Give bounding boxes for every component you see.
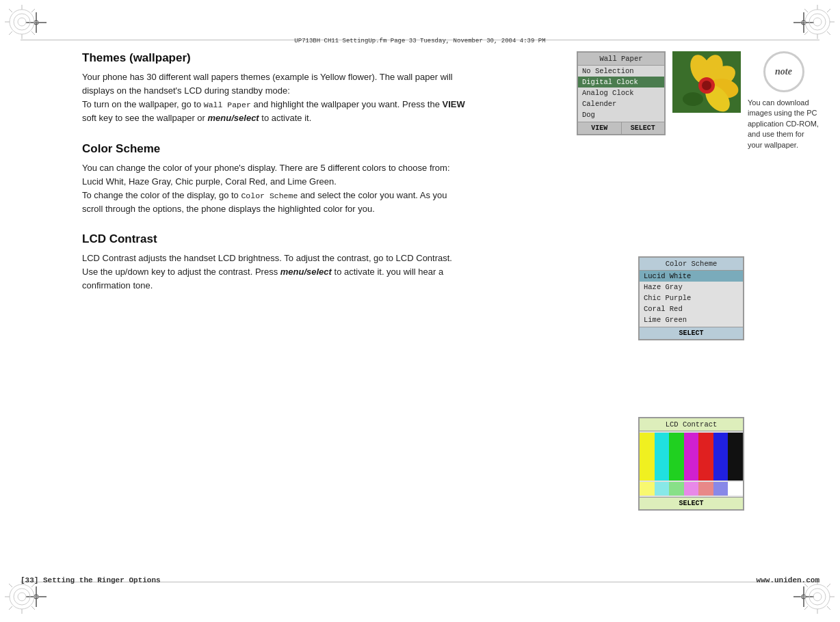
svg-line-40 [9,606,12,610]
wallpaper-screen: Wall Paper No Selection Digital Clock An… [577,51,666,135]
header-text: UP713BH CH11 SettingUp.fm Page 33 Tuesda… [21,38,819,44]
svg-line-24 [804,9,808,12]
lcd-bar-blue [713,433,729,481]
lcd-bar-green [669,433,684,481]
themes-body: Your phone has 30 different wall papers … [82,70,465,126]
color-monospace1: Color Scheme [241,191,298,200]
themes-body4: soft key to see the wallpaper or [82,113,208,123]
lcd-bar-black [728,433,743,481]
color-title: Color Scheme [82,142,465,156]
color-scheme-screen: Color Scheme Lucid White Haze Gray Chic … [638,256,744,340]
color-item-chic-purple: Chic Purple [640,293,743,303]
color-scheme-area: Color Scheme Lucid White Haze Gray Chic … [638,256,744,340]
svg-point-33 [18,593,26,601]
wallpaper-item-analog-clock: Analog Clock [578,87,664,98]
lcd-bar-red-light [698,482,713,496]
svg-line-12 [9,31,12,35]
svg-line-55 [827,606,830,610]
lcd-bar-magenta [684,433,699,481]
section-themes: Themes (wallpaper) Your phone has 30 dif… [82,51,465,126]
svg-line-13 [31,31,35,35]
wallpaper-item-no-selection: No Selection [578,66,664,77]
lcd-bar-cyan-light [655,482,670,496]
wallpaper-screen-title: Wall Paper [578,53,664,66]
footer: [33] Setting the Ringer Options www.unid… [21,576,819,584]
lcd-contrast-screen: LCD Contract SELECT [638,417,744,511]
lcd-title: LCD Contrast [82,232,465,246]
svg-point-45 [805,584,830,609]
note-text: You can download images using the PC app… [748,98,819,150]
svg-line-54 [804,606,808,610]
svg-point-47 [813,593,822,601]
svg-line-10 [9,9,12,12]
svg-point-4 [14,14,30,30]
svg-line-11 [31,9,35,12]
svg-point-17 [805,10,830,34]
lcd-body: LCD Contrast adjusts the handset LCD bri… [82,252,465,293]
svg-line-27 [827,31,830,35]
svg-point-64 [683,92,703,106]
themes-bolditalic1: menu/select [208,113,259,123]
lcd-bolditalic1: menu/select [280,267,332,277]
wallpaper-item-dog: Dog [578,109,664,120]
color-scheme-screen-title: Color Scheme [640,258,743,271]
lcd-bar-cyan [655,433,670,481]
wallpaper-view-button[interactable]: VIEW [578,122,621,134]
lcd-bar-red [698,433,713,481]
top-left-sunburst [3,3,41,44]
svg-point-31 [10,584,34,609]
wallpaper-footer: VIEW SELECT [578,122,664,134]
note-box: note You can download images using the P… [748,51,819,150]
wallpaper-item-calender: Calender [578,98,664,109]
svg-line-53 [827,584,830,587]
footer-right: www.uniden.com [757,576,819,584]
color-body2: To change the color of the display, go t… [82,190,241,200]
themes-body1: Your phone has 30 different wall papers … [82,72,453,96]
lcd-bar-blue-light [713,482,729,496]
color-body: You can change the color of your phone's… [82,161,465,217]
text-column: Themes (wallpaper) Your phone has 30 dif… [82,51,465,293]
section-lcd: LCD Contrast LCD Contrast adjusts the ha… [82,232,465,293]
main-content: Themes (wallpaper) Your phone has 30 dif… [82,51,819,571]
lcd-bar-magenta-light [684,482,699,496]
wallpaper-select-button[interactable]: SELECT [622,122,665,134]
svg-point-19 [813,18,822,26]
color-item-lucid-white: Lucid White [640,271,743,282]
wallpaper-area: Wall Paper No Selection Digital Clock An… [577,51,819,150]
themes-body5: to activate it. [259,113,312,123]
footer-left: [33] Setting the Ringer Options [21,576,161,584]
color-item-lime-green: Lime Green [640,314,743,325]
lcd-color-bars-bottom [640,482,743,496]
lcd-bar-yellow-light [640,482,655,496]
lcd-bar-white [728,482,743,496]
lcd-bar-green-light [669,482,684,496]
svg-point-46 [809,589,826,605]
svg-point-18 [809,14,826,30]
svg-point-3 [10,10,34,34]
svg-line-26 [804,31,808,35]
themes-title: Themes (wallpaper) [82,51,465,65]
svg-line-25 [827,9,830,12]
lcd-bar-yellow [640,433,655,481]
themes-body3: and highlight the wallpaper you want. Pr… [251,99,443,109]
lcd-color-bars [640,433,743,481]
themes-bold1: VIEW [442,99,464,109]
wallpaper-item-digital-clock: Digital Clock [578,77,664,87]
color-select-button[interactable]: SELECT [640,327,743,339]
lcd-select-button[interactable]: SELECT [640,497,743,509]
svg-line-41 [31,606,35,610]
svg-line-38 [9,584,12,587]
color-body1: You can change the color of your phone's… [82,163,450,187]
note-circle: note [763,51,804,92]
section-color: Color Scheme You can change the color of… [82,142,465,217]
lcd-contrast-area: LCD Contract SELECT [638,417,744,511]
top-right-sunburst [799,3,837,44]
svg-point-5 [18,18,26,26]
color-item-coral-red: Coral Red [640,303,743,314]
flower-image [672,51,741,113]
themes-body2: To turn on the wallpaper, go to [82,99,204,109]
svg-point-63 [702,81,711,90]
color-item-haze-gray: Haze Gray [640,282,743,293]
lcd-screen-title: LCD Contract [640,418,743,431]
svg-point-32 [14,589,30,605]
